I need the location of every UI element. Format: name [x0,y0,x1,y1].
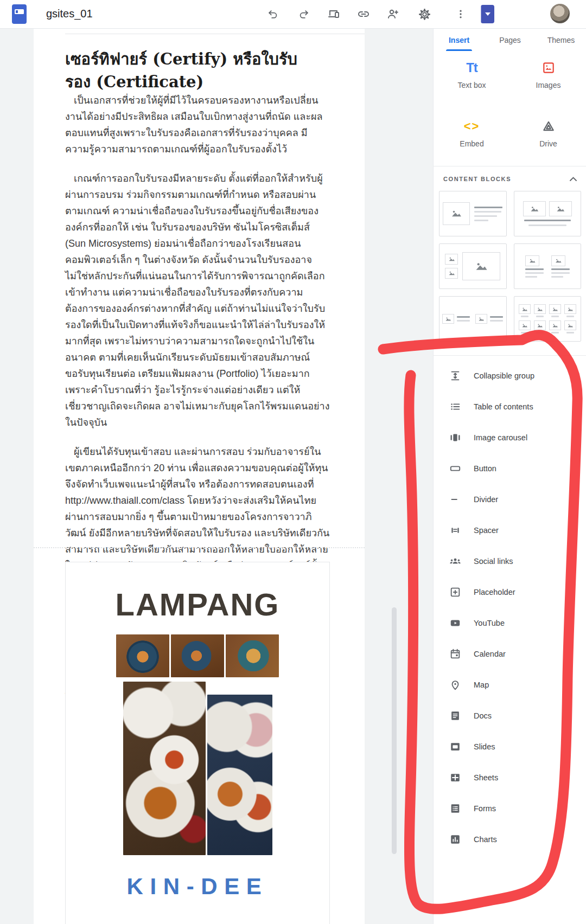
embed-icon: <> [434,118,510,134]
insert-item-collapsible-group[interactable]: Collapsible group [434,360,586,391]
insert-item-divider[interactable]: Divider [434,484,586,515]
panel-divider [434,355,586,356]
insert-item-forms[interactable]: Forms [434,793,586,824]
insert-item-button[interactable]: Button [434,453,586,484]
docs-icon [449,709,462,722]
images-icon [510,60,586,76]
paragraph-2[interactable]: เกณฑ์การออกใบรับรองมีหลายระดับ ตั้งแต่ที… [65,170,330,431]
section-divider-dotted [34,547,365,548]
insert-components-list: Collapsible group Table of contents Imag… [434,360,586,855]
settings-gear-icon[interactable] [417,7,431,21]
undo-icon[interactable] [266,7,280,21]
insert-side-panel: Insert Pages Themes Tt Text box Images <… [433,28,586,924]
google-sites-logo[interactable] [12,4,27,24]
redo-icon[interactable] [297,7,311,21]
active-tab-underline [446,49,472,51]
site-page[interactable]: เซอร์ทิฟายร์ (Certify) หรือใบรับรอง (Cer… [34,28,365,924]
share-add-people-icon[interactable] [386,7,400,21]
food-photo-3 [226,634,279,677]
insert-item-image-carousel[interactable]: Image carousel [434,422,586,453]
collapsible-group-icon [449,369,462,382]
insert-item-calendar[interactable]: Calendar [434,638,586,669]
paragraph-1[interactable]: เป็นเอกสารที่ช่วยให้ผู้ที่มีไว้ในครอบครอ… [65,92,330,157]
content-block-two-columns[interactable] [514,243,582,289]
insert-item-social-links[interactable]: Social links [434,546,586,576]
poster-footer: KIN-DEE [66,874,329,900]
drive-icon [510,118,586,134]
insert-item-docs[interactable]: Docs [434,700,586,731]
insert-item-charts[interactable]: Charts [434,824,586,855]
tab-themes[interactable]: Themes [536,28,586,51]
content-block-gallery-grid[interactable] [514,296,582,342]
insert-item-placeholder[interactable]: Placeholder [434,576,586,607]
content-block-two-images-text[interactable] [514,191,582,236]
text-box-icon: Tt [434,60,510,76]
insert-tiles: Tt Text box Images <> Embed Drive [434,60,586,163]
placeholder-icon [449,586,462,599]
button-icon [449,462,462,475]
poster-photo-collage [66,682,329,855]
insert-item-table-of-contents[interactable]: Table of contents [434,391,586,422]
insert-drive[interactable]: Drive [510,118,586,163]
top-app-bar: gsites_01 Publish [0,0,586,29]
site-title[interactable]: gsites_01 [46,8,93,20]
food-photo-5 [207,695,272,855]
insert-item-slides[interactable]: Slides [434,731,586,762]
publish-dropdown-button[interactable] [481,5,494,23]
insert-item-youtube[interactable]: YouTube [434,607,586,638]
canvas-scrollbar[interactable] [392,607,397,854]
lampang-poster-image[interactable]: LAMPANG KIN-DEE [65,562,330,924]
content-block-image-left-text[interactable] [439,191,507,236]
content-block-list-items[interactable] [439,296,507,342]
table-of-contents-icon [449,400,462,413]
tab-insert[interactable]: Insert [434,28,485,51]
content-blocks-label: CONTENT BLOCKS [443,176,511,182]
insert-text-box[interactable]: Tt Text box [434,60,510,104]
insert-embed[interactable]: <> Embed [434,118,510,163]
social-links-icon [449,555,462,568]
device-preview-icon[interactable] [327,7,341,21]
panel-tabs: Insert Pages Themes [434,28,586,51]
content-blocks-grid [439,191,581,342]
publish-split-button: Publish [481,5,494,23]
caret-down-icon [485,12,491,16]
insert-item-sheets[interactable]: Sheets [434,762,586,793]
insert-item-spacer[interactable]: Spacer [434,515,586,546]
spacer-icon [449,524,462,537]
collapse-chevron-up-icon[interactable] [570,177,577,181]
insert-item-map[interactable]: Map [434,669,586,700]
calendar-icon [449,647,462,660]
google-sites-editor: { "topbar": { "site_title": "gsites_01",… [0,0,586,924]
poster-heading: LAMPANG [66,586,329,623]
sheets-icon [449,771,462,784]
copy-link-icon[interactable] [356,7,371,21]
food-photo-1 [116,634,169,677]
forms-icon [449,802,462,815]
charts-icon [449,833,462,846]
page-title[interactable]: เซอร์ทิฟายร์ (Certify) หรือใบรับรอง (Cer… [65,48,323,93]
food-photo-4 [123,682,206,855]
content-blocks-header: CONTENT BLOCKS [443,176,577,182]
insert-images[interactable]: Images [510,60,586,104]
divider-icon [449,493,462,506]
account-avatar[interactable] [550,4,570,23]
section-top-edge [65,34,365,34]
food-photo-2 [171,634,224,677]
panel-divider [434,166,586,166]
content-block-thumbs-large-image[interactable] [439,243,507,289]
tab-pages[interactable]: Pages [485,28,536,51]
more-options-kebab-icon[interactable] [454,7,468,21]
map-pin-icon [449,678,462,691]
poster-photo-row [66,634,329,677]
youtube-icon [449,617,462,630]
slides-icon [449,740,462,753]
image-carousel-icon [449,431,462,444]
